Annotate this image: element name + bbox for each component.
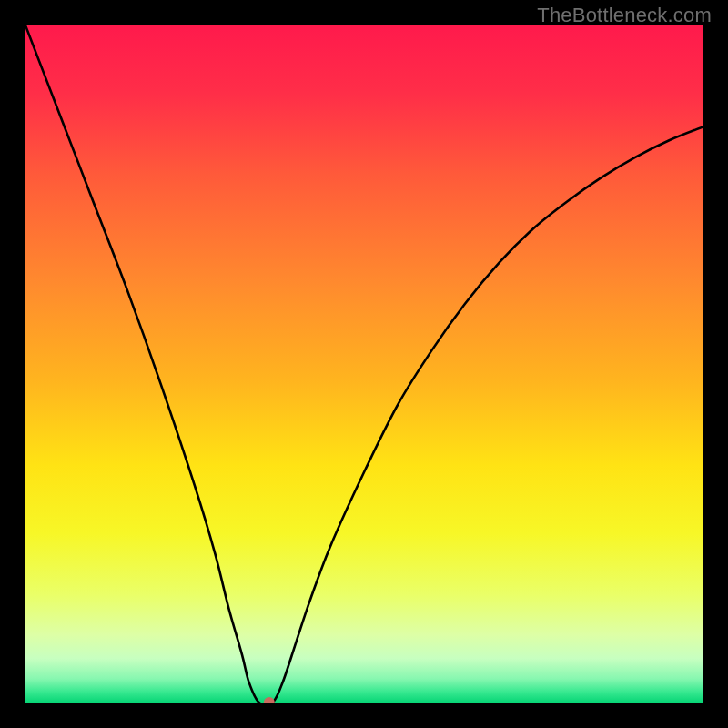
bottleneck-curve [25,25,703,703]
optimum-marker [264,697,275,703]
chart-frame: TheBottleneck.com [0,0,728,728]
plot-area [25,25,703,703]
watermark-text: TheBottleneck.com [537,4,712,27]
